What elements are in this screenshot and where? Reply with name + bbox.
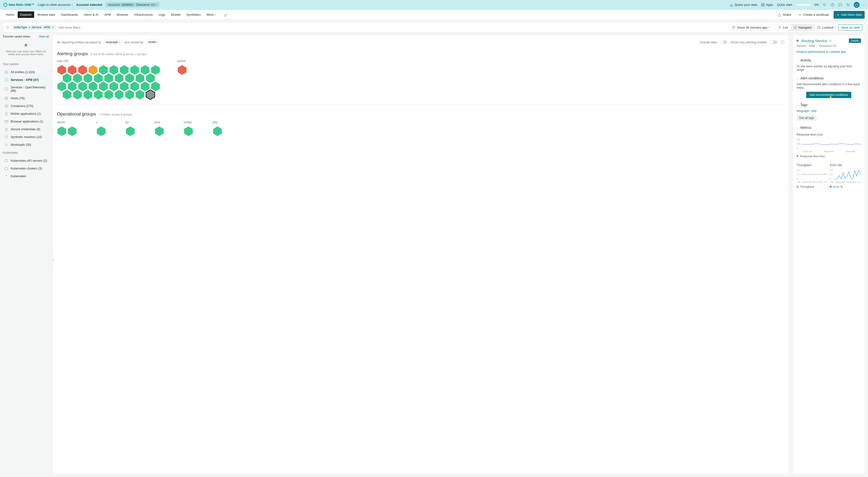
- entity-hex[interactable]: [213, 126, 222, 136]
- sidebar-item-label: All entities (1,024): [11, 70, 35, 74]
- apps-link[interactable]: Apps: [761, 3, 773, 7]
- metrics-section-header[interactable]: ⌄Metrics: [797, 126, 861, 130]
- entity-hex[interactable]: [62, 89, 72, 100]
- op-group-label: dotnet: [57, 121, 77, 124]
- feedback-icon[interactable]: [838, 3, 842, 7]
- sidebar-item[interactable]: Browser applications (1): [3, 118, 49, 125]
- add-more-data-button[interactable]: ＋ Add more data: [834, 11, 865, 19]
- chart-response-time: [802, 138, 861, 149]
- sidebar-item[interactable]: Mobile applications (1): [3, 110, 49, 118]
- create-workload-button[interactable]: ＋ Create a workload: [796, 11, 831, 19]
- nav-alerts-ai[interactable]: Alerts & AI: [81, 11, 101, 18]
- sidebar-item[interactable]: ⌃Kubernetes: [3, 172, 49, 180]
- nav-more[interactable]: More ▾: [204, 11, 218, 18]
- view-all-link[interactable]: View all: [39, 35, 49, 38]
- nav-explorer[interactable]: Explorer: [18, 11, 34, 18]
- search-icon[interactable]: [823, 3, 827, 7]
- entity-title[interactable]: Routing-Service: [801, 39, 827, 43]
- login-other-accounts[interactable]: Login to other accounts▾: [38, 3, 73, 6]
- entity-hex[interactable]: [146, 89, 155, 100]
- nav-browse-data[interactable]: Browse data: [35, 11, 57, 18]
- save-as-view-button[interactable]: Save as view: [838, 24, 862, 31]
- nav-mobile[interactable]: Mobile: [169, 11, 183, 18]
- entity-hex[interactable]: [67, 126, 77, 136]
- svg-rect-3: [764, 5, 765, 6]
- collapse-sidebar-button[interactable]: ◂: [52, 255, 54, 264]
- sidebar-item[interactable]: Containers (270): [3, 102, 49, 110]
- svg-point-23: [7, 72, 8, 72]
- plus-icon: ＋: [837, 12, 840, 17]
- nav-home[interactable]: Home: [3, 11, 17, 18]
- nav-synthetics[interactable]: Synthetics: [184, 11, 203, 18]
- chev-icon: ⌃: [4, 174, 8, 178]
- entity-hex[interactable]: [73, 89, 82, 100]
- tags-section-header[interactable]: ⌄Tags: [797, 103, 861, 107]
- alert-conditions-section-header[interactable]: ⌄Alert conditions: [797, 76, 861, 80]
- square-icon: [4, 159, 8, 163]
- sidebar-item[interactable]: Services - APM (47): [3, 76, 49, 84]
- chart-error-rate-title: Error rate: [830, 163, 861, 167]
- entity-hex[interactable]: [96, 126, 106, 136]
- hex-icon: [4, 78, 8, 82]
- details-button[interactable]: Details: [849, 38, 861, 43]
- quick-start-link[interactable]: Quick start: [777, 3, 792, 6]
- seg-lookout[interactable]: Lookout: [814, 24, 836, 31]
- show-alerting-toggle[interactable]: [770, 40, 777, 44]
- nav-logs[interactable]: Logs: [156, 11, 168, 18]
- include-data-toggle[interactable]: [720, 40, 727, 44]
- entity-hex[interactable]: [57, 126, 67, 136]
- sidebar-item[interactable]: Kubernetes clusters (3): [3, 165, 49, 172]
- nav-dashboards[interactable]: Dashboards: [58, 11, 80, 18]
- seg-navigator[interactable]: Navigator: [791, 24, 815, 31]
- filter-chip-entitytype[interactable]: entityType = Service - APM ✕: [12, 25, 56, 30]
- entity-hex[interactable]: [83, 89, 93, 100]
- sidebar-item[interactable]: Hosts (76): [3, 94, 49, 102]
- help-icon[interactable]: [831, 3, 834, 7]
- query-data-link[interactable]: Query your data: [730, 3, 757, 7]
- entity-hex[interactable]: [177, 65, 187, 75]
- chevron-down-icon[interactable]: ▾: [863, 4, 865, 6]
- filter-input[interactable]: [58, 26, 726, 29]
- entity-hex[interactable]: [114, 89, 124, 100]
- sort-by-select[interactable]: health ▾: [146, 39, 160, 45]
- tag-language-ruby[interactable]: language: ruby: [797, 109, 817, 113]
- brand-logo[interactable]: New Relic ONE™: [3, 3, 34, 7]
- help-icon[interactable]: ?: [781, 40, 784, 44]
- cart-icon[interactable]: [846, 3, 850, 7]
- op-group-label: go: [125, 121, 135, 124]
- account-picker[interactable]: Account: 1606862 - Demotron V2▾: [105, 2, 159, 7]
- share-button[interactable]: Share: [775, 11, 794, 18]
- entity-hex[interactable]: [104, 89, 114, 100]
- entity-hex[interactable]: [125, 126, 135, 136]
- entity-hex[interactable]: [125, 89, 134, 100]
- sidebar-item[interactable]: Synthetic monitors (10): [3, 133, 49, 141]
- filter-icon[interactable]: [6, 25, 9, 29]
- svg-point-7: [848, 6, 849, 6]
- entity-hex[interactable]: [184, 126, 193, 136]
- analyze-lookout-link[interactable]: Analyze performance in Lookout app: [797, 50, 861, 54]
- nav-apm[interactable]: APM: [102, 11, 113, 18]
- sidebar-item[interactable]: Workloads (30): [3, 141, 49, 149]
- entity-hex[interactable]: [93, 89, 103, 100]
- edit-icon[interactable]: [224, 13, 228, 17]
- activity-section-header[interactable]: ⌄Activity: [797, 58, 861, 62]
- nav-browser[interactable]: Browser: [114, 11, 131, 18]
- fav-views-header: Favorite saved views: [3, 35, 30, 38]
- seg-list[interactable]: List: [775, 24, 790, 31]
- copy-icon[interactable]: ⧉: [829, 39, 831, 42]
- sidebar-item[interactable]: All entities (1,024): [3, 68, 49, 76]
- entity-hex[interactable]: [155, 126, 164, 136]
- entity-hex[interactable]: [135, 89, 145, 100]
- account-selected-label: Account selected: [76, 3, 102, 6]
- sidebar-item[interactable]: Services - OpenTelemetry (88): [3, 84, 49, 94]
- sidebar-item[interactable]: Kubernetes API servers (2): [3, 157, 49, 165]
- time-picker[interactable]: Since 30 minutes ago ▾: [729, 24, 773, 31]
- see-all-tags-button[interactable]: See all tags: [797, 115, 817, 121]
- svg-point-18: [5, 71, 5, 71]
- group-by-select[interactable]: language ▾: [104, 39, 122, 45]
- user-avatar[interactable]: [854, 2, 860, 8]
- operational-groups-subtitle: 7 entities across 6 groups: [99, 113, 132, 116]
- nav-infrastructure[interactable]: Infrastructure: [132, 11, 155, 18]
- sidebar-item[interactable]: Secure credentials (6): [3, 125, 49, 133]
- close-icon[interactable]: ✕: [52, 26, 54, 29]
